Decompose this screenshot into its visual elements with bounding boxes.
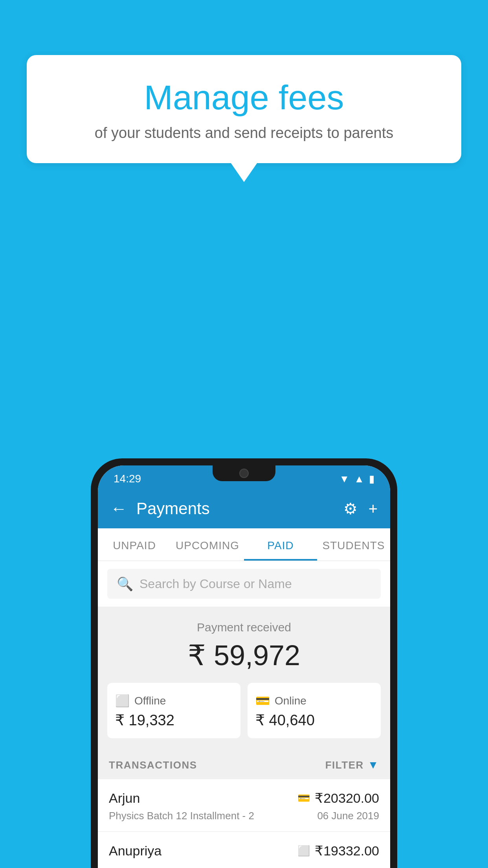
- payment-summary: Payment received ₹ 59,972 ⬜ Offline ₹ 19…: [98, 607, 390, 749]
- filter-label: FILTER: [325, 759, 364, 771]
- tab-students[interactable]: STUDENTS: [317, 528, 390, 561]
- transaction-type-icon-1: 💳: [297, 792, 310, 804]
- notch: [213, 465, 275, 481]
- transaction-amount-container-1: 💳 ₹20320.00: [297, 790, 379, 806]
- transaction-row-1-top: Arjun 💳 ₹20320.00: [109, 790, 379, 806]
- app-bar: ← Payments ⚙ +: [98, 489, 390, 528]
- online-amount: ₹ 40,640: [255, 712, 373, 729]
- tab-upcoming[interactable]: UPCOMING: [171, 528, 244, 561]
- search-icon: 🔍: [117, 576, 133, 592]
- filter-container[interactable]: FILTER ▼: [325, 759, 379, 771]
- transaction-name-2: Anupriya: [109, 843, 161, 859]
- offline-amount: ₹ 19,332: [115, 712, 233, 729]
- online-card-header: 💳 Online: [255, 694, 373, 708]
- signal-icon: ▲: [354, 473, 364, 485]
- app-bar-icons: ⚙ +: [343, 500, 378, 518]
- transaction-detail-1: Physics Batch 12 Installment - 2: [109, 810, 254, 822]
- transaction-name-1: Arjun: [109, 791, 140, 806]
- phone-frame: 14:29 ▼ ▲ ▮ ← Payments ⚙ + UNPAID UPCO: [91, 458, 397, 868]
- transaction-row-2-top: Anupriya ⬜ ₹19332.00: [109, 843, 379, 859]
- filter-icon: ▼: [368, 759, 379, 771]
- tabs: UNPAID UPCOMING PAID STUDENTS: [98, 528, 390, 561]
- transactions-header: TRANSACTIONS FILTER ▼: [98, 749, 390, 779]
- status-icons: ▼ ▲ ▮: [339, 473, 374, 485]
- online-label: Online: [275, 695, 306, 707]
- offline-icon: ⬜: [115, 694, 130, 708]
- transaction-row-1[interactable]: Arjun 💳 ₹20320.00 Physics Batch 12 Insta…: [98, 779, 390, 832]
- tab-unpaid[interactable]: UNPAID: [98, 528, 171, 561]
- transactions-label: TRANSACTIONS: [109, 759, 197, 771]
- offline-card: ⬜ Offline ₹ 19,332: [107, 683, 240, 738]
- battery-icon: ▮: [369, 473, 374, 485]
- search-input[interactable]: Search by Course or Name: [139, 577, 292, 591]
- tab-paid[interactable]: PAID: [244, 528, 317, 561]
- transaction-date-1: 06 June 2019: [317, 810, 379, 822]
- offline-label: Offline: [134, 695, 166, 707]
- transaction-amount-container-2: ⬜ ₹19332.00: [297, 843, 379, 859]
- phone-container: 14:29 ▼ ▲ ▮ ← Payments ⚙ + UNPAID UPCO: [91, 458, 397, 868]
- phone-screen: 14:29 ▼ ▲ ▮ ← Payments ⚙ + UNPAID UPCO: [98, 465, 390, 868]
- transaction-row-1-bottom: Physics Batch 12 Installment - 2 06 June…: [109, 810, 379, 822]
- transaction-type-icon-2: ⬜: [297, 845, 310, 857]
- online-card: 💳 Online ₹ 40,640: [248, 683, 381, 738]
- app-title: Payments: [136, 499, 334, 518]
- transaction-row-2[interactable]: Anupriya ⬜ ₹19332.00: [98, 832, 390, 868]
- offline-card-header: ⬜ Offline: [115, 694, 233, 708]
- transaction-amount-1: ₹20320.00: [315, 790, 379, 806]
- speech-bubble-container: Manage fees of your students and send re…: [27, 55, 461, 163]
- payment-cards: ⬜ Offline ₹ 19,332 💳 Online ₹ 40,640: [107, 683, 381, 738]
- transaction-amount-2: ₹19332.00: [315, 843, 379, 859]
- wifi-icon: ▼: [339, 473, 350, 485]
- status-time: 14:29: [114, 473, 141, 485]
- camera: [239, 469, 249, 478]
- payment-amount: ₹ 59,972: [107, 639, 381, 672]
- bubble-title: Manage fees: [46, 79, 442, 117]
- add-icon[interactable]: +: [369, 500, 378, 518]
- bubble-subtitle: of your students and send receipts to pa…: [46, 125, 442, 142]
- payment-received-label: Payment received: [107, 621, 381, 634]
- settings-icon[interactable]: ⚙: [343, 500, 358, 518]
- online-icon: 💳: [255, 694, 270, 708]
- speech-bubble: Manage fees of your students and send re…: [27, 55, 461, 163]
- search-container: 🔍 Search by Course or Name: [98, 561, 390, 607]
- search-bar[interactable]: 🔍 Search by Course or Name: [107, 569, 381, 599]
- back-button[interactable]: ←: [110, 499, 127, 518]
